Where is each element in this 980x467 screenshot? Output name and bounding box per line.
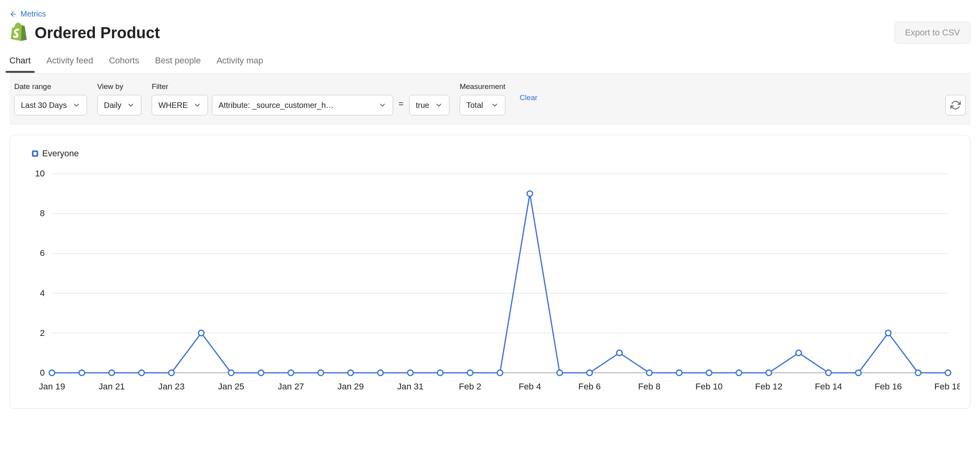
- svg-point-37: [288, 370, 293, 376]
- svg-point-52: [736, 370, 742, 376]
- svg-point-58: [915, 370, 921, 376]
- svg-text:Jan 29: Jan 29: [338, 382, 364, 391]
- svg-point-51: [706, 370, 712, 376]
- svg-text:8: 8: [40, 208, 45, 218]
- svg-point-31: [109, 370, 114, 376]
- clear-filters-link[interactable]: Clear: [520, 93, 537, 102]
- line-chart: 0246810Jan 19Jan 21Jan 23Jan 25Jan 27Jan…: [20, 166, 960, 397]
- svg-point-32: [139, 370, 144, 376]
- arrow-left-icon: [9, 10, 17, 18]
- svg-text:Jan 19: Jan 19: [39, 382, 65, 391]
- filter-clause-select[interactable]: WHERE: [152, 95, 208, 115]
- svg-point-39: [348, 370, 353, 376]
- svg-point-41: [408, 370, 413, 376]
- tab-activity-feed[interactable]: Activity feed: [46, 53, 93, 73]
- export-csv-button[interactable]: Export to CSV: [895, 22, 971, 44]
- svg-point-48: [617, 350, 622, 356]
- svg-point-49: [646, 370, 652, 376]
- back-link-label: Metrics: [20, 9, 46, 19]
- chevron-down-icon: [379, 101, 386, 109]
- svg-point-36: [258, 370, 264, 376]
- chevron-down-icon: [127, 101, 135, 109]
- svg-text:0: 0: [40, 368, 45, 378]
- svg-text:Feb 8: Feb 8: [638, 382, 661, 391]
- filter-attribute-select[interactable]: Attribute: _source_customer_h…: [212, 95, 393, 115]
- tab-best-people[interactable]: Best people: [155, 53, 200, 73]
- refresh-button[interactable]: [945, 95, 966, 115]
- svg-point-34: [199, 330, 204, 336]
- svg-text:2: 2: [40, 328, 45, 338]
- svg-point-56: [856, 370, 861, 376]
- chart-card: Everyone 0246810Jan 19Jan 21Jan 23Jan 25…: [9, 135, 971, 409]
- view-by-label: View by: [97, 82, 141, 91]
- svg-point-29: [49, 370, 55, 376]
- page-title: Ordered Product: [35, 24, 160, 42]
- svg-point-33: [169, 370, 174, 376]
- svg-text:4: 4: [40, 288, 45, 298]
- svg-point-35: [228, 370, 234, 376]
- svg-text:Jan 31: Jan 31: [397, 382, 423, 391]
- view-by-select[interactable]: Daily: [97, 95, 141, 115]
- date-range-label: Date range: [14, 82, 87, 91]
- chart-legend: Everyone: [32, 148, 960, 159]
- svg-text:Jan 25: Jan 25: [218, 382, 244, 391]
- svg-point-38: [318, 370, 323, 376]
- back-to-metrics-link[interactable]: Metrics: [9, 9, 46, 19]
- svg-text:Feb 6: Feb 6: [578, 382, 601, 391]
- svg-text:Feb 10: Feb 10: [695, 382, 722, 391]
- svg-text:Feb 12: Feb 12: [755, 382, 782, 391]
- controls-bar: Date range Last 30 Days View by Daily Fi…: [9, 73, 971, 124]
- svg-text:Feb 18: Feb 18: [934, 382, 960, 391]
- tabs: Chart Activity feed Cohorts Best people …: [9, 53, 971, 73]
- svg-text:10: 10: [35, 169, 45, 178]
- date-range-select[interactable]: Last 30 Days: [14, 95, 87, 115]
- svg-point-30: [79, 370, 85, 376]
- svg-text:Feb 4: Feb 4: [519, 382, 541, 391]
- measurement-select[interactable]: Total: [460, 95, 505, 115]
- svg-point-54: [796, 350, 801, 356]
- chevron-down-icon: [435, 101, 443, 109]
- svg-point-59: [945, 370, 951, 376]
- chevron-down-icon: [193, 101, 201, 109]
- svg-text:Jan 21: Jan 21: [98, 382, 125, 391]
- svg-text:Feb 16: Feb 16: [874, 382, 902, 391]
- svg-point-44: [497, 370, 503, 376]
- filter-label: Filter: [152, 82, 449, 91]
- svg-point-43: [467, 370, 473, 376]
- svg-text:Feb 14: Feb 14: [815, 382, 842, 391]
- svg-point-42: [438, 370, 443, 376]
- legend-series-label: Everyone: [42, 148, 79, 159]
- svg-point-46: [557, 370, 562, 376]
- filter-operator: =: [397, 99, 405, 109]
- svg-point-55: [826, 370, 831, 376]
- svg-point-50: [676, 370, 682, 376]
- svg-text:6: 6: [40, 248, 45, 258]
- legend-swatch-everyone: [32, 150, 38, 157]
- chevron-down-icon: [72, 101, 80, 109]
- tab-cohorts[interactable]: Cohorts: [109, 53, 139, 73]
- svg-point-47: [587, 370, 592, 376]
- tab-activity-map[interactable]: Activity map: [217, 53, 264, 73]
- svg-point-45: [527, 191, 533, 196]
- svg-text:Jan 23: Jan 23: [158, 382, 185, 391]
- shopify-icon: [9, 22, 28, 43]
- svg-text:Feb 2: Feb 2: [459, 382, 481, 391]
- chevron-down-icon: [491, 101, 499, 109]
- svg-point-53: [766, 370, 772, 376]
- svg-point-40: [378, 370, 383, 376]
- measurement-label: Measurement: [460, 82, 505, 91]
- svg-point-57: [885, 330, 891, 336]
- tab-chart[interactable]: Chart: [9, 53, 31, 73]
- refresh-icon: [950, 100, 961, 110]
- svg-text:Jan 27: Jan 27: [278, 382, 304, 391]
- filter-value-select[interactable]: true: [409, 95, 449, 115]
